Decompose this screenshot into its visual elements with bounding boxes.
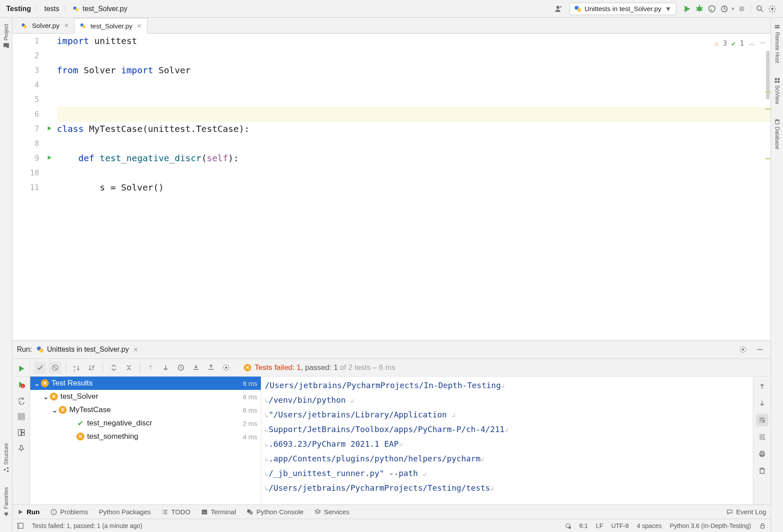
stop-button[interactable] bbox=[735, 3, 748, 15]
project-tool-button[interactable]: Project bbox=[2, 21, 10, 51]
close-icon[interactable]: ✕ bbox=[137, 23, 142, 29]
lock-icon[interactable] bbox=[759, 522, 766, 529]
chevron-up-icon[interactable]: ︿ bbox=[748, 36, 755, 51]
breadcrumb-item[interactable]: Testing bbox=[4, 4, 33, 14]
pin-button[interactable] bbox=[15, 442, 28, 455]
chevron-down-icon[interactable]: ⌄ bbox=[43, 392, 49, 401]
test-tree-row[interactable]: ✕test_something4 ms bbox=[30, 430, 261, 443]
console-line[interactable]: ↳.6693.23/PyCharm 2021.1 EAP↲ bbox=[265, 437, 749, 452]
code-area[interactable]: ⚠3 ✔1 ︿ ﹀ import unittest from Solver im… bbox=[57, 34, 771, 340]
rerun-failed-button[interactable]: ! bbox=[15, 378, 28, 391]
console-line[interactable]: ↳.app/Contents/plugins/python/helpers/py… bbox=[265, 452, 749, 466]
inspections-widget[interactable]: ⚠3 ✔1 ︿ ﹀ bbox=[715, 36, 766, 51]
indent-settings[interactable]: 4 spaces bbox=[637, 522, 662, 529]
coverage-button[interactable] bbox=[706, 3, 718, 15]
python-interpreter[interactable]: Python 3.6 (In-Depth-Testing) bbox=[670, 522, 751, 529]
console-line[interactable]: ↳"/Users/jetbrains/Library/Application ↲ bbox=[265, 408, 749, 422]
gutter-line-number[interactable]: 8 bbox=[12, 136, 39, 151]
gutter-line-number[interactable]: 4 bbox=[12, 78, 39, 92]
gutter-run-icon[interactable] bbox=[46, 125, 52, 131]
clear-all-button[interactable] bbox=[756, 465, 768, 477]
soft-wrap-button[interactable] bbox=[756, 414, 768, 426]
gutter-run-icon[interactable] bbox=[46, 155, 52, 161]
code-line[interactable] bbox=[57, 107, 771, 122]
code-line[interactable] bbox=[57, 166, 771, 180]
editor-tab-solver[interactable]: Solver.py ✕ bbox=[16, 18, 74, 33]
test-history-button[interactable] bbox=[175, 361, 187, 374]
chevron-down-icon[interactable]: ⌄ bbox=[34, 379, 40, 388]
gutter-line-number[interactable]: 11 bbox=[12, 180, 39, 195]
hide-tool-window-button[interactable] bbox=[754, 343, 766, 356]
editor-scrollbar[interactable] bbox=[765, 34, 771, 340]
console-line[interactable]: ↳/venv/bin/python ↲ bbox=[265, 393, 749, 408]
scroll-down-button[interactable] bbox=[756, 397, 768, 409]
tool-window-gear-icon[interactable] bbox=[737, 343, 749, 356]
import-tests-button[interactable] bbox=[190, 361, 202, 374]
profile-button[interactable] bbox=[718, 3, 731, 15]
test-settings-gear-icon[interactable] bbox=[220, 361, 232, 374]
test-tree-row[interactable]: ⌄✕MyTestCase6 ms bbox=[30, 403, 261, 417]
gutter-line-number[interactable]: 2 bbox=[12, 48, 39, 63]
tool-window-services[interactable]: Services bbox=[314, 508, 350, 516]
tool-window-terminal[interactable]: Terminal bbox=[201, 508, 236, 516]
favorites-tool-button[interactable]: Favorites bbox=[2, 484, 10, 520]
close-icon[interactable]: ✕ bbox=[133, 346, 138, 353]
chevron-down-icon[interactable]: ▾ bbox=[731, 5, 735, 12]
scroll-up-button[interactable] bbox=[756, 380, 768, 393]
code-line[interactable]: from Solver import Solver bbox=[57, 63, 771, 78]
structure-tool-button[interactable]: Structure bbox=[2, 441, 10, 476]
sciview-tool-button[interactable]: SciView bbox=[773, 75, 781, 107]
editor-tab-test-solver[interactable]: test_Solver.py ✕ bbox=[74, 18, 148, 34]
debug-button[interactable] bbox=[693, 3, 706, 15]
code-line[interactable] bbox=[57, 48, 771, 63]
test-results-tree[interactable]: ⌄✕Test Results6 ms⌄✕test_Solver6 ms⌄✕MyT… bbox=[30, 377, 261, 504]
next-failed-button[interactable] bbox=[160, 361, 172, 374]
tool-window-quick-access-icon[interactable] bbox=[17, 522, 24, 529]
file-encoding[interactable]: UTF-8 bbox=[611, 522, 629, 529]
gutter-line-number[interactable]: 1 bbox=[12, 34, 39, 48]
stop-tests-button[interactable] bbox=[15, 410, 28, 423]
tool-window-problems[interactable]: ! Problems bbox=[50, 508, 88, 516]
gutter-line-number[interactable]: 6 bbox=[12, 107, 39, 122]
event-log-button[interactable]: Event Log bbox=[726, 508, 766, 516]
layout-button[interactable] bbox=[15, 426, 28, 439]
rerun-button[interactable] bbox=[15, 362, 28, 375]
code-line[interactable]: def test_negative_discr(self): bbox=[57, 151, 771, 166]
console-line[interactable]: ↳Support/JetBrains/Toolbox/apps/PyCharm-… bbox=[265, 422, 749, 437]
sort-duration-button[interactable] bbox=[86, 361, 98, 374]
breadcrumb-item[interactable]: tests bbox=[43, 4, 61, 14]
toggle-auto-test-button[interactable] bbox=[15, 394, 28, 407]
chevron-down-icon[interactable]: ⌄ bbox=[52, 405, 58, 415]
code-editor[interactable]: 1234567891011 ⚠3 ✔1 ︿ ﹀ import unittest … bbox=[12, 34, 771, 340]
tool-window-python-packages[interactable]: Python Packages bbox=[99, 508, 151, 516]
run-panel-tab[interactable]: Unittests in test_Solver.py ✕ bbox=[36, 345, 138, 353]
line-separator[interactable]: LF bbox=[596, 522, 603, 529]
gutter-line-number[interactable]: 5 bbox=[12, 92, 39, 107]
print-button[interactable] bbox=[756, 448, 768, 460]
sort-alpha-button[interactable]: az bbox=[71, 361, 83, 374]
show-passed-button[interactable] bbox=[34, 361, 46, 374]
test-tree-row[interactable]: ✔test_negative_discr2 ms bbox=[30, 417, 261, 430]
tool-window-run[interactable]: Run bbox=[17, 508, 40, 516]
editor-gutter[interactable]: 1234567891011 bbox=[12, 34, 57, 340]
code-line[interactable]: class MyTestCase(unittest.TestCase): bbox=[57, 122, 771, 136]
search-everywhere-button[interactable] bbox=[754, 3, 766, 15]
code-line[interactable]: import unittest bbox=[57, 34, 771, 48]
background-tasks-icon[interactable] bbox=[564, 522, 571, 529]
gutter-line-number[interactable]: 3 bbox=[12, 63, 39, 78]
scroll-to-end-button[interactable] bbox=[756, 431, 768, 443]
prev-failed-button[interactable] bbox=[144, 361, 157, 374]
caret-position[interactable]: 6:1 bbox=[579, 522, 588, 529]
gutter-line-number[interactable]: 7 bbox=[12, 122, 39, 136]
console-line[interactable]: /Users/jetbrains/PycharmProjects/In-Dept… bbox=[265, 378, 749, 393]
remote-host-tool-button[interactable]: Remote Host bbox=[773, 21, 781, 66]
code-line[interactable]: s = Solver() bbox=[57, 180, 771, 195]
test-console-output[interactable]: /Users/jetbrains/PycharmProjects/In-Dept… bbox=[261, 377, 753, 504]
expand-all-button[interactable] bbox=[108, 361, 120, 374]
console-line[interactable]: ↳/_jb_unittest_runner.py" --path ↲ bbox=[265, 466, 749, 481]
tool-window-python-console[interactable]: Python Console bbox=[247, 508, 304, 516]
code-line[interactable] bbox=[57, 78, 771, 92]
run-configuration-selector[interactable]: Unittests in test_Solver.py ▼ bbox=[569, 3, 676, 15]
collapse-all-button[interactable] bbox=[123, 361, 135, 374]
run-button[interactable] bbox=[681, 3, 693, 15]
